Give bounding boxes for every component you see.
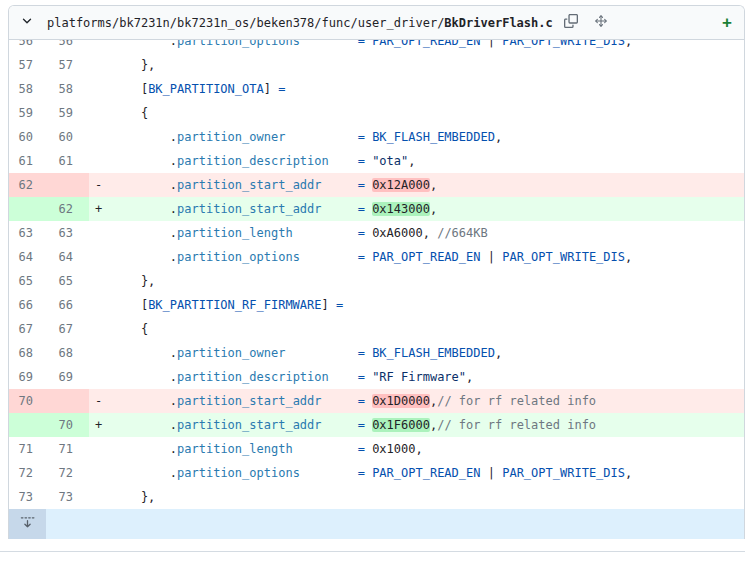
code-token: ,: [408, 154, 415, 168]
code-token: .: [112, 418, 177, 432]
code-token: |: [481, 40, 503, 48]
new-line-number[interactable]: 72: [49, 461, 89, 485]
collapse-file-button[interactable]: [15, 11, 39, 35]
code-token: 0x1F6000: [372, 418, 430, 432]
old-line-number[interactable]: 69: [9, 365, 49, 389]
add-button[interactable]: +: [720, 14, 734, 31]
old-line-number[interactable]: [9, 413, 49, 437]
code-line: .partition_length = 0xA6000, //664KB: [89, 221, 744, 245]
fold-down-icon: [20, 515, 35, 533]
new-line-number[interactable]: 73: [49, 485, 89, 509]
code-token: =: [358, 226, 365, 240]
code-token: BK_FLASH_EMBEDDED: [372, 130, 495, 144]
code-token: BK_PARTITION_OTA: [148, 82, 264, 96]
code-token: partition_description: [177, 154, 329, 168]
new-line-number[interactable]: 63: [49, 221, 89, 245]
code-token: .: [112, 346, 177, 360]
chevron-down-icon: [20, 14, 34, 31]
page: platforms/bk7231n/bk7231n_os/beken378/fu…: [0, 0, 745, 552]
new-line-number[interactable]: 69: [49, 365, 89, 389]
code-token: [329, 370, 358, 384]
new-line-number[interactable]: 68: [49, 341, 89, 365]
code-line: [BK_PARTITION_RF_FIRMWARE] =: [89, 293, 744, 317]
code-line: .partition_owner = BK_FLASH_EMBEDDED,: [89, 341, 744, 365]
code-token: {: [112, 106, 148, 120]
code-token: .: [112, 130, 177, 144]
new-line-number[interactable]: 61: [49, 149, 89, 173]
code-token: .: [112, 178, 177, 192]
file-header: platforms/bk7231n/bk7231n_os/beken378/fu…: [9, 6, 744, 40]
code-token: "RF Firmware": [372, 370, 466, 384]
new-line-number[interactable]: 66: [49, 293, 89, 317]
code-token: ,: [466, 370, 473, 384]
code-token: BK_FLASH_EMBEDDED: [372, 346, 495, 360]
code-line: .partition_description = "RF Firmware",: [89, 365, 744, 389]
code-token: =: [336, 298, 343, 312]
old-line-number[interactable]: 61: [9, 149, 49, 173]
diff-row: 6969 .partition_description = "RF Firmwa…: [9, 365, 744, 389]
new-line-number[interactable]: 65: [49, 269, 89, 293]
code-token: [285, 346, 357, 360]
old-line-number[interactable]: 72: [9, 461, 49, 485]
diff-row: 6565 },: [9, 269, 744, 293]
old-line-number[interactable]: 63: [9, 221, 49, 245]
old-line-number[interactable]: 71: [9, 437, 49, 461]
new-line-number[interactable]: 57: [49, 53, 89, 77]
file-name: BkDriverFlash.c: [444, 16, 552, 30]
new-line-number[interactable]: 70: [49, 413, 89, 437]
code-line: .partition_owner = BK_FLASH_EMBEDDED,: [89, 125, 744, 149]
new-line-number[interactable]: 60: [49, 125, 89, 149]
diff-sign: -: [95, 173, 112, 197]
new-line-number[interactable]: 64: [49, 245, 89, 269]
code-token: PAR_OPT_WRITE_DIS: [502, 466, 625, 480]
code-token: .: [112, 226, 177, 240]
old-line-number[interactable]: 73: [9, 485, 49, 509]
diff-row: 6767 {: [9, 317, 744, 341]
new-line-number[interactable]: [49, 389, 89, 413]
old-line-number[interactable]: 57: [9, 53, 49, 77]
code-line: [BK_PARTITION_OTA] =: [89, 77, 744, 101]
move-handle-button[interactable]: [589, 11, 613, 35]
old-line-number[interactable]: 67: [9, 317, 49, 341]
code-token: ,: [625, 250, 632, 264]
old-line-number[interactable]: [9, 197, 49, 221]
diff-row: 5757 },: [9, 53, 744, 77]
old-line-number[interactable]: 56: [9, 40, 49, 53]
old-line-number[interactable]: 64: [9, 245, 49, 269]
new-line-number[interactable]: [49, 173, 89, 197]
new-line-number[interactable]: 58: [49, 77, 89, 101]
code-line: .partition_description = "ota",: [89, 149, 744, 173]
old-line-number[interactable]: 60: [9, 125, 49, 149]
code-token: partition_start_addr: [177, 394, 322, 408]
diff-row: 62+ .partition_start_addr = 0x143000,: [9, 197, 744, 221]
code-line: + .partition_start_addr = 0x143000,: [89, 197, 744, 221]
new-line-number[interactable]: 71: [49, 437, 89, 461]
code-token: "ota": [372, 154, 408, 168]
old-line-number[interactable]: 59: [9, 101, 49, 125]
diff-row: 6161 .partition_description = "ota",: [9, 149, 744, 173]
code-token: partition_owner: [177, 346, 285, 360]
old-line-number[interactable]: 62: [9, 173, 49, 197]
code-line: },: [89, 269, 744, 293]
old-line-number[interactable]: 66: [9, 293, 49, 317]
code-token: partition_options: [177, 466, 300, 480]
diff-row: 5959 {: [9, 101, 744, 125]
diff-row: 6868 .partition_owner = BK_FLASH_EMBEDDE…: [9, 341, 744, 365]
code-token: =: [358, 466, 365, 480]
old-line-number[interactable]: 68: [9, 341, 49, 365]
code-token: =: [358, 346, 365, 360]
new-line-number[interactable]: 56: [49, 40, 89, 53]
new-line-number[interactable]: 67: [49, 317, 89, 341]
expand-down-button[interactable]: [9, 509, 46, 539]
code-token: [: [112, 298, 148, 312]
code-token: 0xA6000: [372, 226, 423, 240]
old-line-number[interactable]: 65: [9, 269, 49, 293]
bottom-divider: [0, 551, 745, 552]
new-line-number[interactable]: 59: [49, 101, 89, 125]
old-line-number[interactable]: 70: [9, 389, 49, 413]
code-token: 0x143000: [372, 202, 430, 216]
old-line-number[interactable]: 58: [9, 77, 49, 101]
new-line-number[interactable]: 62: [49, 197, 89, 221]
code-line: {: [89, 317, 744, 341]
copy-path-button[interactable]: [559, 11, 583, 35]
